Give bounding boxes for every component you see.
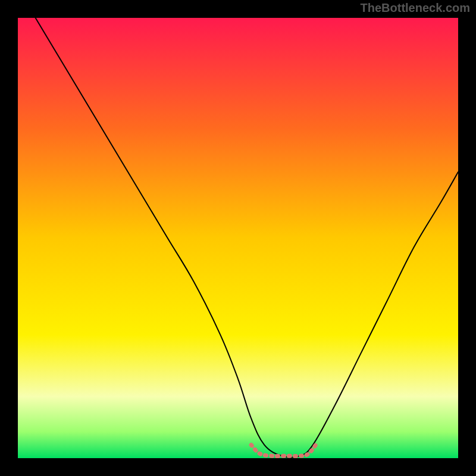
chart-background bbox=[18, 18, 458, 458]
watermark-label: TheBottleneck.com bbox=[361, 1, 470, 15]
bottleneck-chart bbox=[0, 0, 476, 476]
chart-container: TheBottleneck.com bbox=[0, 0, 476, 476]
